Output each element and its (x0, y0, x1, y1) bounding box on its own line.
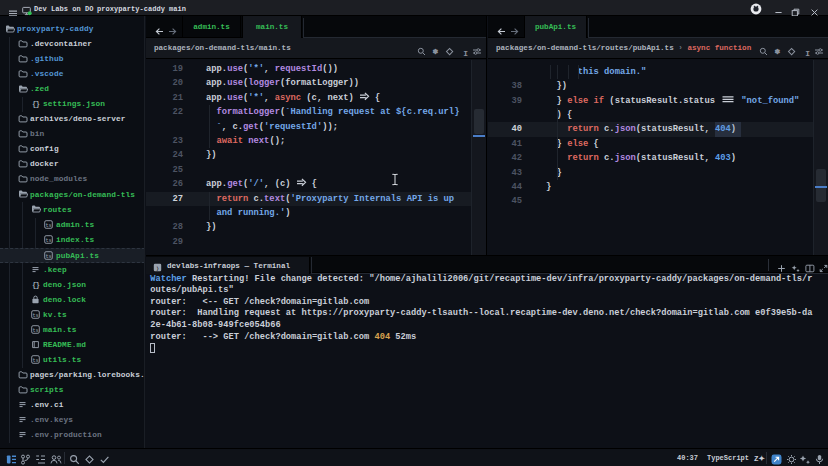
svg-text:ts: ts (32, 328, 38, 334)
svg-text:✽: ✽ (775, 48, 781, 56)
svg-text:ts: ts (45, 222, 51, 228)
svg-text:{}: {} (32, 280, 40, 288)
svg-text:〉: 〉 (156, 266, 159, 272)
svg-text:ts: ts (32, 313, 38, 319)
svg-text:ts: ts (45, 237, 51, 243)
svg-text:{}: {} (32, 100, 40, 108)
svg-text:✽: ✽ (433, 48, 439, 56)
svg-text:ts: ts (45, 253, 51, 259)
svg-text:ts: ts (32, 358, 38, 364)
